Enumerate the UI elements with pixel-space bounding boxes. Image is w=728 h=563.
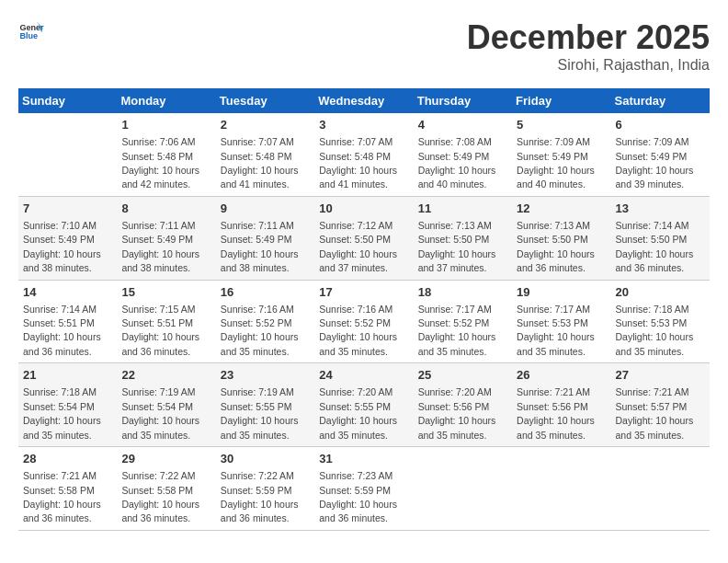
day-number: 12 (517, 201, 606, 217)
day-info: Sunrise: 7:13 AM Sunset: 5:50 PM Dayligh… (517, 220, 595, 273)
calendar-cell: 19Sunrise: 7:17 AM Sunset: 5:53 PM Dayli… (512, 280, 610, 363)
day-info: Sunrise: 7:09 AM Sunset: 5:49 PM Dayligh… (517, 136, 595, 190)
day-info: Sunrise: 7:15 AM Sunset: 5:51 PM Dayligh… (121, 304, 199, 357)
day-info: Sunrise: 7:12 AM Sunset: 5:50 PM Dayligh… (319, 220, 397, 273)
calendar-cell: 4Sunrise: 7:08 AM Sunset: 5:49 PM Daylig… (414, 113, 512, 196)
week-row-4: 28Sunrise: 7:21 AM Sunset: 5:58 PM Dayli… (18, 447, 710, 531)
header-row: SundayMondayTuesdayWednesdayThursdayFrid… (18, 88, 710, 113)
calendar-cell: 3Sunrise: 7:07 AM Sunset: 5:48 PM Daylig… (314, 113, 413, 196)
day-info: Sunrise: 7:23 AM Sunset: 5:59 PM Dayligh… (319, 470, 397, 523)
week-row-1: 7Sunrise: 7:10 AM Sunset: 5:49 PM Daylig… (18, 196, 710, 280)
calendar-cell: 28Sunrise: 7:21 AM Sunset: 5:58 PM Dayli… (18, 447, 117, 531)
calendar-cell: 6Sunrise: 7:09 AM Sunset: 5:49 PM Daylig… (611, 113, 710, 196)
day-number: 27 (616, 367, 705, 384)
day-number: 9 (221, 201, 310, 217)
day-header-wednesday: Wednesday (314, 88, 413, 113)
day-number: 18 (418, 284, 507, 301)
day-number: 26 (517, 367, 606, 384)
day-info: Sunrise: 7:16 AM Sunset: 5:52 PM Dayligh… (221, 304, 299, 357)
day-info: Sunrise: 7:18 AM Sunset: 5:54 PM Dayligh… (23, 386, 101, 440)
day-info: Sunrise: 7:07 AM Sunset: 5:48 PM Dayligh… (221, 136, 299, 190)
header: General Blue December 2025 Sirohi, Rajas… (18, 18, 710, 74)
week-row-3: 21Sunrise: 7:18 AM Sunset: 5:54 PM Dayli… (18, 363, 710, 447)
calendar-cell: 20Sunrise: 7:18 AM Sunset: 5:53 PM Dayli… (611, 280, 710, 363)
day-number: 19 (517, 284, 606, 301)
calendar-cell: 16Sunrise: 7:16 AM Sunset: 5:52 PM Dayli… (216, 280, 314, 363)
day-number: 15 (121, 284, 210, 301)
calendar-cell (414, 447, 512, 531)
day-number: 28 (23, 451, 112, 467)
logo: General Blue (18, 18, 44, 44)
calendar-cell: 25Sunrise: 7:20 AM Sunset: 5:56 PM Dayli… (414, 363, 512, 447)
day-header-saturday: Saturday (611, 88, 710, 113)
day-info: Sunrise: 7:19 AM Sunset: 5:55 PM Dayligh… (221, 386, 299, 440)
day-info: Sunrise: 7:22 AM Sunset: 5:58 PM Dayligh… (121, 470, 199, 523)
day-number: 14 (23, 284, 112, 301)
calendar-cell: 11Sunrise: 7:13 AM Sunset: 5:50 PM Dayli… (414, 196, 512, 280)
day-number: 20 (616, 284, 705, 301)
day-number: 29 (121, 451, 210, 467)
calendar-cell: 27Sunrise: 7:21 AM Sunset: 5:57 PM Dayli… (611, 363, 710, 447)
title-area: December 2025 Sirohi, Rajasthan, India (467, 18, 710, 74)
month-title: December 2025 (467, 18, 710, 57)
day-number: 4 (418, 117, 507, 133)
day-header-tuesday: Tuesday (216, 88, 314, 113)
day-number: 17 (319, 284, 408, 301)
week-row-0: 1Sunrise: 7:06 AM Sunset: 5:48 PM Daylig… (18, 113, 710, 196)
calendar-cell: 31Sunrise: 7:23 AM Sunset: 5:59 PM Dayli… (314, 447, 413, 531)
calendar-cell: 9Sunrise: 7:11 AM Sunset: 5:49 PM Daylig… (216, 196, 314, 280)
calendar-cell (512, 447, 610, 531)
calendar-cell: 24Sunrise: 7:20 AM Sunset: 5:55 PM Dayli… (314, 363, 413, 447)
day-info: Sunrise: 7:21 AM Sunset: 5:58 PM Dayligh… (23, 470, 101, 523)
day-info: Sunrise: 7:16 AM Sunset: 5:52 PM Dayligh… (319, 304, 397, 357)
calendar-cell: 26Sunrise: 7:21 AM Sunset: 5:56 PM Dayli… (512, 363, 610, 447)
day-number: 24 (319, 367, 408, 384)
day-info: Sunrise: 7:20 AM Sunset: 5:55 PM Dayligh… (319, 386, 397, 440)
day-number: 10 (319, 201, 408, 217)
day-number: 13 (616, 201, 705, 217)
calendar-cell: 29Sunrise: 7:22 AM Sunset: 5:58 PM Dayli… (117, 447, 215, 531)
day-number: 7 (23, 201, 112, 217)
calendar-cell: 13Sunrise: 7:14 AM Sunset: 5:50 PM Dayli… (611, 196, 710, 280)
calendar-cell (611, 447, 710, 531)
day-header-friday: Friday (512, 88, 610, 113)
calendar-cell: 12Sunrise: 7:13 AM Sunset: 5:50 PM Dayli… (512, 196, 610, 280)
day-number: 22 (121, 367, 210, 384)
day-info: Sunrise: 7:14 AM Sunset: 5:51 PM Dayligh… (23, 304, 101, 357)
day-info: Sunrise: 7:19 AM Sunset: 5:54 PM Dayligh… (121, 386, 199, 440)
day-number: 3 (319, 117, 408, 133)
day-info: Sunrise: 7:18 AM Sunset: 5:53 PM Dayligh… (616, 304, 694, 357)
calendar-cell: 17Sunrise: 7:16 AM Sunset: 5:52 PM Dayli… (314, 280, 413, 363)
day-number: 23 (221, 367, 310, 384)
day-number: 21 (23, 367, 112, 384)
day-header-sunday: Sunday (18, 88, 117, 113)
calendar-cell: 30Sunrise: 7:22 AM Sunset: 5:59 PM Dayli… (216, 447, 314, 531)
calendar-cell: 23Sunrise: 7:19 AM Sunset: 5:55 PM Dayli… (216, 363, 314, 447)
calendar-cell: 2Sunrise: 7:07 AM Sunset: 5:48 PM Daylig… (216, 113, 314, 196)
day-info: Sunrise: 7:13 AM Sunset: 5:50 PM Dayligh… (418, 220, 496, 273)
day-number: 1 (121, 117, 210, 133)
day-number: 11 (418, 201, 507, 217)
calendar-table: SundayMondayTuesdayWednesdayThursdayFrid… (18, 88, 710, 531)
calendar-cell: 18Sunrise: 7:17 AM Sunset: 5:52 PM Dayli… (414, 280, 512, 363)
day-info: Sunrise: 7:07 AM Sunset: 5:48 PM Dayligh… (319, 136, 397, 190)
calendar-cell: 10Sunrise: 7:12 AM Sunset: 5:50 PM Dayli… (314, 196, 413, 280)
day-header-monday: Monday (117, 88, 215, 113)
calendar-cell: 8Sunrise: 7:11 AM Sunset: 5:49 PM Daylig… (117, 196, 215, 280)
logo-icon: General Blue (18, 18, 44, 44)
calendar-cell: 15Sunrise: 7:15 AM Sunset: 5:51 PM Dayli… (117, 280, 215, 363)
day-number: 8 (121, 201, 210, 217)
day-info: Sunrise: 7:06 AM Sunset: 5:48 PM Dayligh… (121, 136, 199, 190)
day-number: 31 (319, 451, 408, 467)
calendar-cell: 21Sunrise: 7:18 AM Sunset: 5:54 PM Dayli… (18, 363, 117, 447)
day-info: Sunrise: 7:17 AM Sunset: 5:52 PM Dayligh… (418, 304, 496, 357)
calendar-cell (18, 113, 117, 196)
calendar-cell: 1Sunrise: 7:06 AM Sunset: 5:48 PM Daylig… (117, 113, 215, 196)
day-info: Sunrise: 7:22 AM Sunset: 5:59 PM Dayligh… (221, 470, 299, 523)
day-info: Sunrise: 7:17 AM Sunset: 5:53 PM Dayligh… (517, 304, 595, 357)
calendar-cell: 14Sunrise: 7:14 AM Sunset: 5:51 PM Dayli… (18, 280, 117, 363)
day-info: Sunrise: 7:09 AM Sunset: 5:49 PM Dayligh… (616, 136, 694, 190)
svg-text:Blue: Blue (19, 31, 38, 40)
calendar-cell: 5Sunrise: 7:09 AM Sunset: 5:49 PM Daylig… (512, 113, 610, 196)
day-info: Sunrise: 7:14 AM Sunset: 5:50 PM Dayligh… (616, 220, 694, 273)
